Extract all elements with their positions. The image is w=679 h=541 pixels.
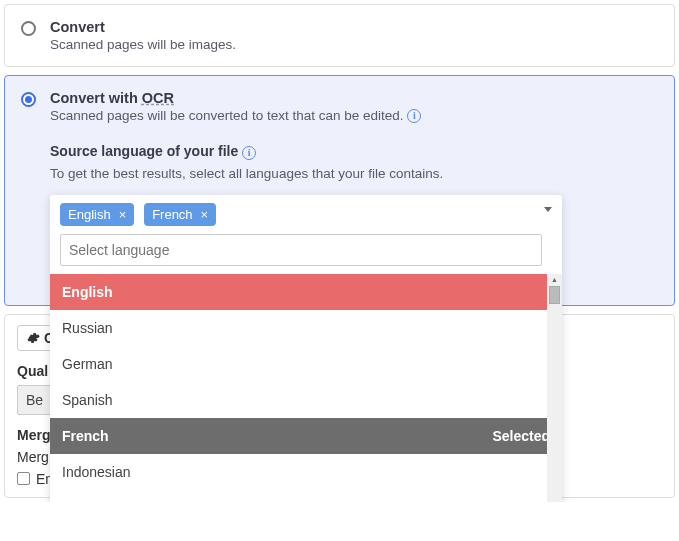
language-list: English Russian German Spanish FrenchSel… (50, 274, 562, 502)
list-item[interactable]: Indonesian (50, 454, 562, 490)
close-icon[interactable]: × (119, 208, 127, 221)
convert-ocr-desc: Scanned pages will be converted to text … (50, 108, 658, 123)
convert-option-card[interactable]: Convert Scanned pages will be images. (4, 4, 675, 67)
info-icon[interactable]: i (407, 109, 421, 123)
convert-desc: Scanned pages will be images. (50, 37, 658, 52)
chip-english[interactable]: English× (60, 203, 134, 226)
convert-title: Convert (50, 19, 658, 35)
convert-radio[interactable] (21, 21, 36, 36)
scroll-up-arrow[interactable]: ▲ (547, 274, 562, 286)
chip-french[interactable]: French× (144, 203, 216, 226)
language-dropdown: English× French× English Russian German (50, 195, 562, 502)
list-item[interactable]: Spanish (50, 382, 562, 418)
close-icon[interactable]: × (201, 208, 209, 221)
convert-ocr-option-card[interactable]: Convert with OCR Scanned pages will be c… (4, 75, 675, 306)
source-language-label: Source language of your file i (50, 143, 658, 159)
scrollbar[interactable]: ▲ (547, 274, 562, 502)
list-item[interactable]: FrenchSelected (50, 418, 562, 454)
list-item[interactable]: English (50, 274, 562, 310)
list-item[interactable]: Russian (50, 310, 562, 346)
enable-merge-checkbox[interactable] (17, 472, 30, 485)
gear-icon (26, 331, 40, 345)
convert-ocr-title: Convert with OCR (50, 90, 658, 106)
scroll-thumb[interactable] (549, 286, 560, 304)
language-search-input[interactable] (60, 234, 542, 266)
chevron-down-icon[interactable] (544, 207, 552, 212)
source-language-help: To get the best results, select all lang… (50, 166, 658, 181)
list-item[interactable]: German (50, 346, 562, 382)
convert-ocr-radio[interactable] (21, 92, 36, 107)
info-icon[interactable]: i (242, 146, 256, 160)
selected-chips: English× French× (60, 203, 552, 226)
list-item[interactable]: Portuguese (50, 490, 562, 502)
